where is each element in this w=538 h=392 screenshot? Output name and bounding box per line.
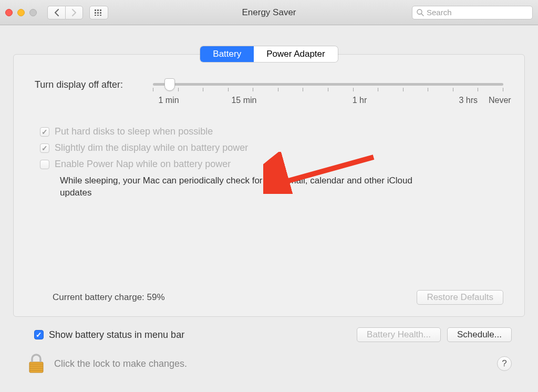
slider-tick-labels: 1 min 15 min 1 hr 3 hrs Never — [153, 96, 503, 107]
lock-text: Click the lock to make changes. — [54, 358, 187, 369]
svg-rect-15 — [29, 366, 43, 367]
svg-rect-3 — [95, 12, 96, 14]
svg-line-10 — [421, 14, 423, 16]
slider-ticks — [153, 88, 503, 91]
show-all-button[interactable] — [89, 6, 108, 19]
tick-1min: 1 min — [158, 96, 179, 105]
search-field[interactable] — [412, 6, 533, 19]
tab-battery[interactable]: Battery — [200, 46, 254, 62]
tick-never: Never — [489, 96, 511, 105]
chevron-right-icon — [71, 9, 77, 16]
grid-icon — [95, 9, 103, 16]
restore-defaults-button[interactable]: Restore Defaults — [417, 290, 503, 305]
checkbox-power-nap[interactable] — [40, 160, 49, 169]
tick-3hrs: 3 hrs — [459, 96, 478, 105]
search-input[interactable] — [427, 8, 528, 17]
svg-rect-8 — [100, 15, 101, 16]
chevron-left-icon — [54, 9, 59, 16]
battery-charge-text: Current battery charge: 59% — [53, 292, 165, 303]
label-dim-display: Slightly dim the display while on batter… — [55, 142, 248, 153]
slider-thumb[interactable] — [164, 78, 175, 91]
display-off-slider[interactable]: 1 min 15 min 1 hr 3 hrs Never — [153, 78, 503, 107]
settings-panel: Turn display off after: 1 min 15 min 1 h… — [13, 54, 525, 317]
search-icon — [417, 9, 424, 16]
svg-rect-17 — [29, 370, 43, 371]
minimize-button[interactable] — [17, 9, 25, 16]
svg-rect-1 — [97, 9, 99, 11]
tab-segment: Battery Power Adapter — [13, 46, 525, 62]
titlebar: Energy Saver — [0, 0, 538, 25]
lock-icon[interactable] — [28, 354, 45, 374]
checkbox-dim-display[interactable] — [40, 143, 49, 153]
option-hard-disks: Put hard disks to sleep when possible — [40, 126, 503, 137]
nav-buttons — [47, 6, 83, 19]
display-off-slider-row: Turn display off after: 1 min 15 min 1 h… — [35, 78, 503, 107]
schedule-button[interactable]: Schedule... — [447, 327, 512, 342]
svg-rect-0 — [95, 9, 96, 11]
label-power-nap: Enable Power Nap while on battery power — [55, 159, 231, 170]
help-button[interactable]: ? — [497, 356, 512, 371]
option-dim-display: Slightly dim the display while on batter… — [40, 142, 503, 153]
battery-health-button[interactable]: Battery Health... — [357, 327, 441, 342]
panel-footer: Current battery charge: 59% Restore Defa… — [35, 290, 503, 305]
svg-rect-7 — [97, 15, 99, 16]
label-menubar-status: Show battery status in menu bar — [49, 329, 184, 341]
close-button[interactable] — [5, 9, 13, 16]
forward-button[interactable] — [65, 6, 83, 19]
svg-rect-5 — [100, 12, 101, 14]
traffic-lights — [5, 9, 37, 16]
svg-rect-2 — [100, 9, 101, 11]
right-buttons: Battery Health... Schedule... — [357, 327, 512, 342]
svg-rect-16 — [29, 368, 43, 369]
tick-15min: 15 min — [231, 96, 256, 105]
main-content: Battery Power Adapter Turn display off a… — [0, 25, 538, 374]
checkbox-menubar-status[interactable] — [34, 330, 44, 339]
tick-1hr: 1 hr — [353, 96, 367, 105]
options-list: Put hard disks to sleep when possible Sl… — [40, 126, 503, 199]
display-off-label: Turn display off after: — [35, 78, 153, 90]
tab-power-adapter[interactable]: Power Adapter — [254, 46, 338, 62]
option-power-nap: Enable Power Nap while on battery power — [40, 159, 503, 170]
maximize-button — [29, 9, 37, 16]
svg-rect-6 — [95, 15, 96, 16]
label-hard-disks: Put hard disks to sleep when possible — [55, 126, 213, 137]
lock-row: Click the lock to make changes. ? — [28, 354, 512, 374]
below-panel-row: Show battery status in menu bar Battery … — [34, 327, 512, 342]
svg-rect-4 — [97, 12, 99, 14]
svg-rect-14 — [29, 364, 43, 365]
checkbox-hard-disks[interactable] — [40, 127, 49, 137]
back-button[interactable] — [47, 6, 65, 19]
power-nap-description: While sleeping, your Mac can periodicall… — [60, 175, 428, 199]
slider-track[interactable] — [153, 83, 503, 86]
